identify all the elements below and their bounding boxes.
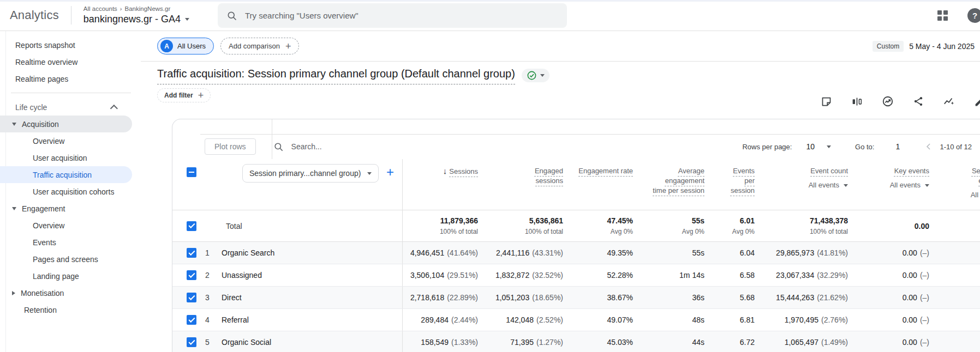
sidebar-item-events[interactable]: Events [0,234,132,251]
pagination-range: 1-10 of 12 [940,143,972,151]
table-row[interactable]: 4 Referral 289,484(2.44%) 142,048(2.52%)… [172,309,980,331]
sidebar-item-engagement[interactable]: Engagement [0,200,132,217]
sidebar-item-reports-snapshot[interactable]: Reports snapshot [0,37,132,53]
report-actions [821,95,980,107]
plot-rows-button[interactable]: Plot rows [205,138,256,155]
divider [11,93,131,93]
search-icon [273,142,284,152]
expander-down-icon [12,123,16,126]
table-row[interactable]: 3 Direct 2,718,618(22.89%) 1,051,203(18.… [172,287,980,309]
rows-per-page-label: Rows per page: [742,143,792,151]
column-header-engaged-sessions[interactable]: Engaged sessions [478,159,563,210]
divider [200,134,980,135]
key-events-filter[interactable]: All events [890,180,929,190]
page-title[interactable]: Traffic acquisition: Session primary cha… [157,66,515,84]
next-page-icon[interactable] [977,141,980,152]
add-comparison-button[interactable]: Add comparison + [220,38,299,54]
top-app-bar: Analytics All accounts › BankingNews.gr … [0,0,980,31]
session-ker-filter[interactable]: All events [971,190,980,200]
data-quality-badge[interactable] [522,69,549,82]
sidebar-item-traffic-acquisition[interactable]: Traffic acquisition [0,166,132,183]
help-icon[interactable]: ? [967,8,980,23]
channel-name: Referral [222,315,249,324]
chevron-up-icon [110,105,118,112]
row-checkbox[interactable] [187,315,196,325]
divider [71,6,71,25]
bar-chart-icon[interactable] [851,96,863,107]
total-checkbox[interactable] [187,221,196,231]
column-header-key-events[interactable]: Key events All events [848,159,929,210]
event-count-filter[interactable]: All events [809,180,848,190]
chevron-down-icon[interactable] [827,145,831,148]
column-header-avg-engagement-time[interactable]: Average engagement time per session [633,159,704,210]
sidebar-item-landing-page[interactable]: Landing page [0,268,132,284]
table-search-input[interactable] [291,142,521,151]
row-checkbox[interactable] [187,248,196,258]
chevron-down-icon [185,18,189,21]
global-search-input[interactable] [245,11,518,20]
chevron-down-icon [367,172,372,175]
dimension-selector[interactable]: Session primary...channel group) [242,164,379,183]
share-icon[interactable] [913,96,924,107]
table-total-row: Total 11,879,366100% of total 5,636,8611… [172,210,980,242]
sidebar-item-pages-and-screens[interactable]: Pages and screens [0,251,132,268]
sidebar-item-engagement-overview[interactable]: Overview [0,217,132,234]
global-search[interactable] [218,3,567,28]
all-users-chip[interactable]: A All Users [157,38,214,54]
row-checkbox[interactable] [187,337,196,347]
rows-per-page-select[interactable]: 10 [806,142,815,151]
column-header-engagement-rate[interactable]: Engagement rate [563,159,633,210]
trend-insights-icon[interactable] [943,95,955,107]
insights-icon[interactable] [882,95,894,107]
chevron-down-icon [844,184,848,187]
sidebar-section-life-cycle[interactable]: Life cycle [0,99,132,116]
comparison-bar: A All Users Add comparison + Custom 5 Ma… [141,31,980,62]
breadcrumb-account[interactable]: BankingNews.gr [125,5,171,12]
column-header-events-per-session[interactable]: Events per session [704,159,755,210]
date-range-picker[interactable]: Custom 5 May - 4 Jun 2025 [873,41,980,52]
channel-name: Unassigned [222,271,262,280]
row-number: 2 [205,271,216,280]
row-number: 4 [205,315,216,324]
column-header-session-key-event-rate[interactable]: Session key event rate All events [929,159,980,210]
sidebar-item-user-acquisition-cohorts[interactable]: User acquisition cohorts [0,183,132,200]
date-range-type-badge: Custom [873,41,904,52]
chevron-down-icon [925,184,929,187]
goto-page-input[interactable] [891,142,905,151]
note-icon[interactable] [821,96,832,107]
channel-name: Organic Search [222,248,274,257]
sidebar-item-user-acquisition[interactable]: User acquisition [0,149,132,166]
table-row[interactable]: 5 Organic Social 158,549(1.33%) 71,395(1… [172,331,980,352]
table-row[interactable]: 1 Organic Search 4,946,451(41.64%) 2,441… [172,242,980,264]
table-header-row: Session primary...channel group) + ↓Sess… [172,159,980,210]
sidebar-item-realtime-overview[interactable]: Realtime overview [0,53,132,70]
table-search[interactable] [273,142,521,152]
property-name[interactable]: bankingnews.gr - GA4 [83,14,181,25]
property-selector[interactable]: All accounts › BankingNews.gr bankingnew… [83,5,189,25]
chevron-right-icon: › [120,5,122,12]
add-filter-button[interactable]: Add filter + [157,88,211,102]
prev-page-icon[interactable] [923,141,934,152]
sidebar-item-retention[interactable]: Retention [0,301,132,318]
column-header-sessions[interactable]: ↓Sessions [403,159,478,210]
report-main: A All Users Add comparison + Custom 5 Ma… [141,31,980,352]
breadcrumb-all-accounts[interactable]: All accounts [83,5,117,12]
table-row[interactable]: 2 Unassigned 3,506,104(29.51%) 1,832,872… [172,264,980,287]
row-number: 3 [205,293,216,302]
sidebar-item-monetisation[interactable]: Monetisation [0,284,132,301]
row-number: 1 [205,248,216,257]
sidebar-item-acquisition-overview[interactable]: Overview [0,132,132,149]
chevron-down-icon [540,74,545,77]
row-checkbox[interactable] [187,293,196,302]
row-checkbox[interactable] [187,270,196,280]
apps-grid-icon[interactable] [937,10,948,21]
column-header-event-count[interactable]: Event count All events [755,159,848,210]
report-header: Traffic acquisition: Session primary cha… [141,62,980,352]
avatar: A [160,40,173,52]
sidebar-item-acquisition[interactable]: Acquisition [0,116,132,132]
sort-desc-icon: ↓ [443,166,447,175]
sidebar-item-realtime-pages[interactable]: Realtime pages [0,70,132,87]
edit-icon[interactable] [974,96,980,107]
add-dimension-button[interactable]: + [386,164,394,180]
select-all-checkbox[interactable] [187,167,196,177]
